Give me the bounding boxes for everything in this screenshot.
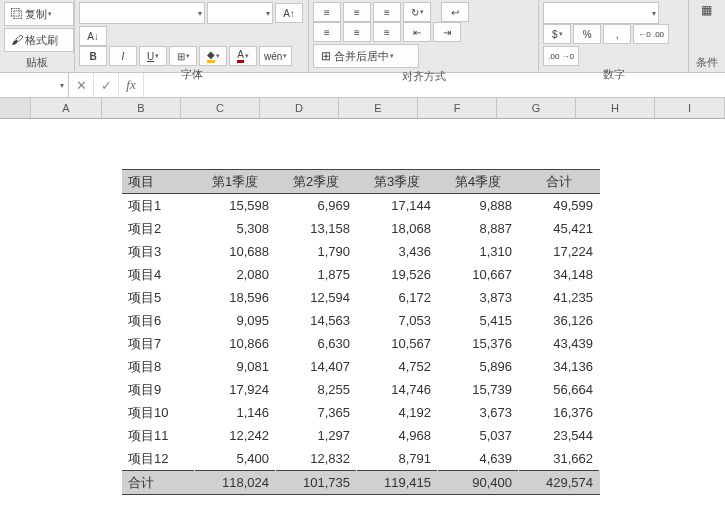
table-row[interactable]: 项目125,40012,8328,7914,63931,662 xyxy=(122,447,600,471)
data-cell[interactable]: 3,436 xyxy=(357,240,438,263)
table-row[interactable]: 项目310,6881,7903,4361,31017,224 xyxy=(122,240,600,263)
data-cell[interactable]: 15,598 xyxy=(195,194,276,218)
format-painter-button[interactable]: 🖌格式刷 xyxy=(4,28,74,52)
table-row[interactable]: 项目89,08114,4074,7525,89634,136 xyxy=(122,355,600,378)
row-name-cell[interactable]: 项目4 xyxy=(122,263,195,286)
data-cell[interactable]: 7,053 xyxy=(357,309,438,332)
data-cell[interactable]: 45,421 xyxy=(519,217,600,240)
data-cell[interactable]: 5,400 xyxy=(195,447,276,471)
merge-center-button[interactable]: ⊞合并后居中▾ xyxy=(313,44,419,68)
data-cell[interactable]: 1,790 xyxy=(276,240,357,263)
data-cell[interactable]: 1,297 xyxy=(276,424,357,447)
conditional-format-icon[interactable]: ▦ xyxy=(699,2,715,18)
table-row[interactable]: 项目115,5986,96917,1449,88849,599 xyxy=(122,194,600,218)
data-cell[interactable]: 10,688 xyxy=(195,240,276,263)
data-cell[interactable]: 7,365 xyxy=(276,401,357,424)
data-cell[interactable]: 43,439 xyxy=(519,332,600,355)
row-name-cell[interactable]: 项目12 xyxy=(122,447,195,471)
table-row[interactable]: 项目42,0801,87519,52610,66734,148 xyxy=(122,263,600,286)
row-name-cell[interactable]: 项目11 xyxy=(122,424,195,447)
phonetic-button[interactable]: wén▾ xyxy=(259,46,292,66)
data-cell[interactable]: 1,875 xyxy=(276,263,357,286)
data-cell[interactable]: 34,148 xyxy=(519,263,600,286)
accept-formula-button[interactable]: ✓ xyxy=(94,73,119,97)
currency-button[interactable]: $▾ xyxy=(543,24,571,44)
decrease-font-button[interactable]: A↓ xyxy=(79,26,107,46)
col-header[interactable]: B xyxy=(102,98,181,118)
data-cell[interactable]: 13,158 xyxy=(276,217,357,240)
table-row[interactable]: 项目25,30813,15818,0688,88745,421 xyxy=(122,217,600,240)
data-cell[interactable]: 4,968 xyxy=(357,424,438,447)
row-name-cell[interactable]: 项目9 xyxy=(122,378,195,401)
font-color-button[interactable]: A▾ xyxy=(229,46,257,66)
total-cell[interactable]: 118,024 xyxy=(195,471,276,495)
table-row[interactable]: 项目101,1467,3654,1923,67316,376 xyxy=(122,401,600,424)
col-header[interactable]: H xyxy=(576,98,655,118)
total-cell[interactable]: 90,400 xyxy=(438,471,519,495)
col-header[interactable]: G xyxy=(497,98,576,118)
data-cell[interactable]: 5,308 xyxy=(195,217,276,240)
name-box[interactable] xyxy=(0,73,69,97)
col-header[interactable]: D xyxy=(260,98,339,118)
total-cell[interactable]: 429,574 xyxy=(519,471,600,495)
data-cell[interactable]: 8,255 xyxy=(276,378,357,401)
data-cell[interactable]: 12,594 xyxy=(276,286,357,309)
total-row[interactable]: 合计118,024101,735119,41590,400429,574 xyxy=(122,471,600,495)
data-cell[interactable]: 14,563 xyxy=(276,309,357,332)
font-size-select[interactable] xyxy=(207,2,273,24)
copy-button[interactable]: ⿻复制▾ xyxy=(4,2,74,26)
data-cell[interactable]: 10,667 xyxy=(438,263,519,286)
col-header[interactable]: F xyxy=(418,98,497,118)
data-cell[interactable]: 12,832 xyxy=(276,447,357,471)
increase-indent-button[interactable]: ⇥ xyxy=(433,22,461,42)
data-cell[interactable]: 1,310 xyxy=(438,240,519,263)
align-center-button[interactable]: ≡ xyxy=(343,22,371,42)
data-cell[interactable]: 5,896 xyxy=(438,355,519,378)
data-cell[interactable]: 16,376 xyxy=(519,401,600,424)
row-name-cell[interactable]: 项目2 xyxy=(122,217,195,240)
table-row[interactable]: 项目1112,2421,2974,9685,03723,544 xyxy=(122,424,600,447)
data-cell[interactable]: 17,144 xyxy=(357,194,438,218)
data-cell[interactable]: 19,526 xyxy=(357,263,438,286)
increase-decimal-button[interactable]: ←0 .00 xyxy=(633,24,669,44)
data-cell[interactable]: 2,080 xyxy=(195,263,276,286)
data-cell[interactable]: 6,969 xyxy=(276,194,357,218)
orientation-button[interactable]: ↻▾ xyxy=(403,2,431,22)
comma-button[interactable]: , xyxy=(603,24,631,44)
decrease-decimal-button[interactable]: .00 →0 xyxy=(543,46,579,66)
row-name-cell[interactable]: 项目5 xyxy=(122,286,195,309)
total-cell[interactable]: 101,735 xyxy=(276,471,357,495)
data-cell[interactable]: 18,068 xyxy=(357,217,438,240)
data-cell[interactable]: 3,873 xyxy=(438,286,519,309)
col-header[interactable]: C xyxy=(181,98,260,118)
percent-button[interactable]: % xyxy=(573,24,601,44)
data-cell[interactable]: 10,866 xyxy=(195,332,276,355)
data-cell[interactable]: 17,924 xyxy=(195,378,276,401)
total-cell[interactable]: 119,415 xyxy=(357,471,438,495)
italic-button[interactable]: I xyxy=(109,46,137,66)
data-cell[interactable]: 31,662 xyxy=(519,447,600,471)
select-all-corner[interactable] xyxy=(0,98,31,118)
decrease-indent-button[interactable]: ⇤ xyxy=(403,22,431,42)
data-cell[interactable]: 34,136 xyxy=(519,355,600,378)
data-cell[interactable]: 56,664 xyxy=(519,378,600,401)
row-name-cell[interactable]: 项目10 xyxy=(122,401,195,424)
col-header[interactable]: I xyxy=(655,98,725,118)
formula-input[interactable] xyxy=(144,73,725,97)
data-cell[interactable]: 12,242 xyxy=(195,424,276,447)
data-cell[interactable]: 17,224 xyxy=(519,240,600,263)
align-bottom-button[interactable]: ≡ xyxy=(373,2,401,22)
total-label-cell[interactable]: 合计 xyxy=(122,471,195,495)
row-name-cell[interactable]: 项目8 xyxy=(122,355,195,378)
align-middle-button[interactable]: ≡ xyxy=(343,2,371,22)
align-top-button[interactable]: ≡ xyxy=(313,2,341,22)
row-name-cell[interactable]: 项目7 xyxy=(122,332,195,355)
data-cell[interactable]: 3,673 xyxy=(438,401,519,424)
data-cell[interactable]: 9,888 xyxy=(438,194,519,218)
col-header[interactable]: E xyxy=(339,98,418,118)
data-cell[interactable]: 14,746 xyxy=(357,378,438,401)
data-cell[interactable]: 8,887 xyxy=(438,217,519,240)
number-format-select[interactable] xyxy=(543,2,659,24)
data-cell[interactable]: 9,081 xyxy=(195,355,276,378)
data-cell[interactable]: 5,415 xyxy=(438,309,519,332)
